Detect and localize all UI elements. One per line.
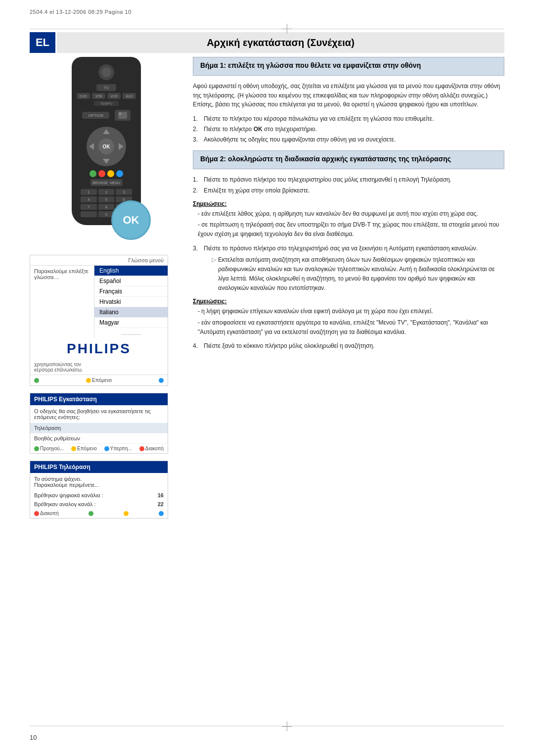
tempo-button[interactable]: TEMPO [94,101,119,106]
digital-channel-count: Βρέθηκαν ψηφιακά κανάλια : 16 [30,491,168,500]
step1-item-3: 3. Ακολουθήστε τις οδηγίες που εμφανίζον… [193,135,504,144]
vcr-button[interactable]: VCR [107,93,121,99]
step2-note2-list: η λήψη ψηφιακών επίγειων καναλιών είναι … [193,307,504,336]
step2-note1-title: Σημειώσεις: [193,200,504,207]
ok-bubble: OK [111,200,151,240]
lang-option-magyar[interactable]: Magyar [94,318,168,328]
left-column: TV DVD STB VCR AUX TEMPO OPTION [30,57,183,519]
lang-menu-nav-dot2 [159,378,164,383]
step2-item-4: 4. Πιέστε ξανά το κόκκινο πλήκτρο μόλις … [193,341,504,351]
lang-menu-options: English Español Français Hrvatski Italia… [94,266,168,338]
lang-option-hrvatski[interactable]: Hrvatski [94,297,168,307]
step2-item-2: 2. Επιλέξτε τη χώρα στην οποία βρίσκεστε… [193,186,504,195]
num-btn-3[interactable]: 3 [116,189,132,195]
lang-option-italiano[interactable]: Italiano [94,307,168,318]
monitor-button[interactable] [115,110,131,121]
lang-menu-more-indicator: ............ [94,328,168,338]
num-btn-5[interactable]: 5 [98,196,115,202]
setup-box2-body: Το σύστημα ψάχνει. Παρακαλούμε περιμένετ… [30,473,168,491]
dpad-left[interactable] [89,143,94,150]
philips-logo: PHILIPS [30,341,168,357]
bottom-cross-mark [282,721,292,731]
step2-note2: Σημειώσεις: η λήψη ψηφιακών επίγειων καν… [193,298,504,336]
dpad-right[interactable] [119,143,124,150]
setup-box2-title: PHILIPS Τηλεόραση [30,461,168,473]
step2-title: Βήμα 2: ολοκληρώστε τη διαδικασία αρχική… [200,155,497,163]
ok-button-dpad[interactable]: OK [98,139,114,154]
right-column: Βήμα 1: επιλέξτε τη γλώσσα που θέλετε να… [193,57,504,357]
top-divider [30,29,504,29]
lang-menu-nav-dot1 [34,378,39,383]
language-badge: EL [30,32,55,53]
setup-box2-nav: Διακοπή [30,509,168,518]
step1-title: Βήμα 1: επιλέξτε τη γλώσσα που θέλετε να… [200,61,497,69]
setup-box1-nav: Προηγού... Επόμενο Υπερπη... Διακοπή [30,444,168,453]
lang-menu-nav: Επόμενο [30,375,168,385]
num-btn-2[interactable]: 2 [98,189,115,195]
lang-option-francais[interactable]: Français [94,286,168,297]
step2-box: Βήμα 2: ολοκληρώστε τη διαδικασία αρχική… [193,150,504,169]
stb-button[interactable]: STB [92,93,105,99]
num-btn-4[interactable]: 4 [81,196,97,202]
lang-menu-main-row: Παρακαλούμε επιλέξτε γλώσσα.... English … [30,266,168,338]
setup-nav-next[interactable]: Επόμενο [71,446,97,451]
num-btn-7[interactable]: 7 [81,204,97,210]
step1-item-2: 2. Πιέστε το πλήκτρο OK στο τηλεχειριστή… [193,125,504,134]
setup2-nav-exit[interactable]: Διακοπή [34,511,58,516]
step2-note1: Σημειώσεις: εάν επιλέξετε λάθος χώρα, η … [193,200,504,239]
lang-menu-nav-next[interactable]: Επόμενο [86,378,112,383]
step2-note1-item-2: σε περίπτωση η τηλεόρασή σας δεν υποστηρ… [198,220,504,238]
dpad-up[interactable] [103,129,110,134]
num-btn-8[interactable]: 8 [98,204,115,210]
step2-note2-item-2: εάν αποφασίσετε να εγκαταστήσετε αργότερ… [198,318,504,336]
lang-option-english[interactable]: English [94,266,168,276]
setup-box-installation: PHILIPS Εγκατάσταση Ο οδηγός θα σας βοηθ… [30,393,168,454]
setup2-nav-dot2 [124,511,129,516]
step1-item-1: 1. Πιέστε το πλήκτρο του κέρσορα πάνω/κά… [193,114,504,124]
power-button[interactable] [98,64,114,80]
setup-green-dot [34,446,39,451]
setup-nav-info[interactable]: Υπερπη... [104,446,132,451]
setup-nav-exit[interactable]: Διακοπή [139,446,164,451]
setup-red-dot [139,446,144,451]
header-meta: 2504.4 el 13-12-2006 08:29 Pagina 10 [30,9,132,15]
setup-nav-prev[interactable]: Προηγού... [34,446,64,451]
bottom-divider [30,726,504,726]
lang-option-espanol[interactable]: Español [94,276,168,286]
dvd-button[interactable]: DVD [77,93,90,99]
analog-channel-count: Βρέθηκαν αναλογ κανάλ : 22 [30,500,168,509]
step1-intro: Αφού εμφανιστεί η οθόνη υποδοχής, σας ζη… [193,82,504,109]
analog-count-value: 22 [158,501,164,507]
step2-note1-list: εάν επιλέξετε λάθος χώρα, η αρίθμηση των… [193,209,504,239]
step1-content: Αφού εμφανιστεί η οθόνη υποδοχής, σας ζη… [193,82,504,144]
dpad: OK [87,127,126,166]
num-btn-1[interactable]: 1 [81,189,97,195]
setup2-yellow-dot [124,511,129,516]
browse-menu-button[interactable]: BROWSE MENU [90,179,123,186]
remote-control: TV DVD STB VCR AUX TEMPO OPTION [67,57,146,225]
aux-button[interactable]: AUX [123,93,136,99]
step2-item-1: 1. Πιέστε το πράσινο πλήκτρο του τηλεχει… [193,175,504,185]
dpad-down[interactable] [103,159,110,164]
setup-blue-dot [104,446,109,451]
step2-item-3: 3. Πιέστε το πράσινο πλήκτρο στο τηλεχει… [193,244,504,293]
tv-button[interactable]: TV [96,84,116,91]
setup-box1-title: PHILIPS Εγκατάσταση [30,393,168,405]
step2-list-final: 4. Πιέστε ξανά το κόκκινο πλήκτρο μόλις … [193,341,504,351]
lang-menu-note: χρησιμοποιώντας τον κέρσορα επάνω/κάτω. [30,360,168,375]
lang-menu-prompt: Παρακαλούμε επιλέξτε γλώσσα.... [30,266,94,338]
num-btn-misc1[interactable] [81,211,97,217]
page-number: 10 [30,734,37,741]
step1-box: Βήμα 1: επιλέξτε τη γλώσσα που θέλετε να… [193,57,504,76]
setup2-nav-dot1 [89,511,93,516]
setup-item-settings[interactable]: Βοηθός ρυθμίσεων [30,433,168,444]
source-buttons: DVD STB VCR AUX [77,93,136,99]
step2-note1-item-1: εάν επιλέξετε λάθος χώρα, η αρίθμηση των… [198,209,504,219]
setup2-blue-dot [159,511,164,516]
language-menu-box: Γλώσσα μενού Παρακαλούμε επιλέξτε γλώσσα… [30,255,168,386]
step1-list: 1. Πιέστε το πλήκτρο του κέρσορα πάνω/κά… [193,114,504,145]
setup-item-tv[interactable]: Τηλεόραση [30,423,168,433]
remote-body: TV DVD STB VCR AUX TEMPO OPTION [72,57,141,225]
blue-dot [159,378,164,383]
option-button[interactable]: OPTION [82,112,109,119]
